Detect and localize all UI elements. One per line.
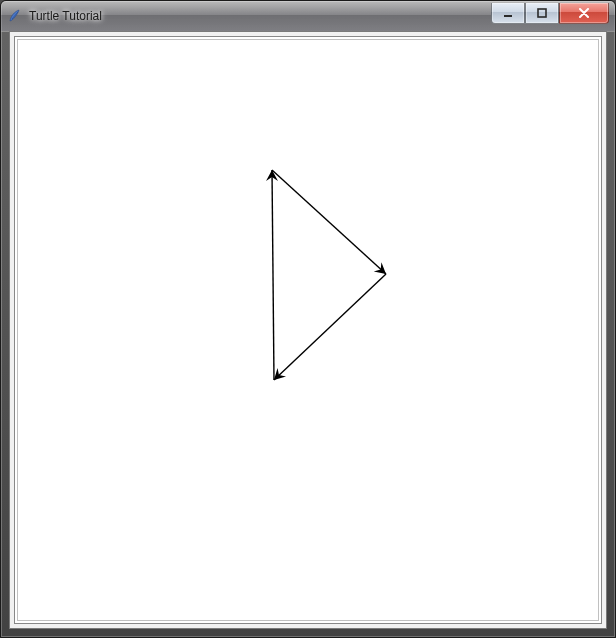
minimize-button[interactable] [491,3,525,24]
close-button[interactable] [559,3,609,24]
svg-line-2 [272,170,386,274]
canvas-border [14,36,602,624]
feather-icon [7,8,23,24]
maximize-button[interactable] [525,3,559,24]
content-frame [9,31,607,629]
app-window: Turtle Tutorial [0,0,616,638]
turtle-drawing [18,40,598,620]
svg-rect-1 [538,9,546,17]
svg-rect-0 [504,15,512,17]
turtle-canvas [17,39,599,621]
window-title: Turtle Tutorial [29,9,102,23]
svg-line-4 [272,170,274,380]
window-controls [491,3,609,24]
svg-line-3 [274,274,386,380]
titlebar[interactable]: Turtle Tutorial [1,1,615,32]
